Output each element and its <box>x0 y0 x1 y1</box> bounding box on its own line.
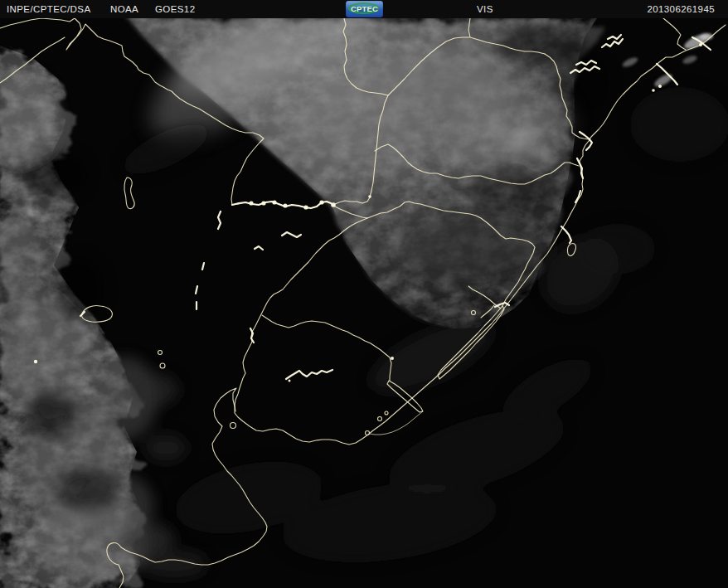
image-grain <box>0 18 728 588</box>
cptec-logo: CPTEC <box>346 1 383 17</box>
source-label: INPE/CPTEC/DSA <box>7 4 90 14</box>
timestamp-label: 201306261945 <box>647 4 715 14</box>
channel-label: VIS <box>477 4 493 14</box>
satellite-label: GOES12 <box>155 4 195 14</box>
agency-label: NOAA <box>110 4 138 14</box>
satellite-map-image <box>0 18 728 588</box>
cptec-logo-text: CPTEC <box>346 4 383 13</box>
satellite-viewer-screen: INPE/CPTEC/DSA NOAA GOES12 CPTEC VIS 201… <box>0 0 728 588</box>
header-bar: INPE/CPTEC/DSA NOAA GOES12 CPTEC VIS 201… <box>0 0 728 18</box>
